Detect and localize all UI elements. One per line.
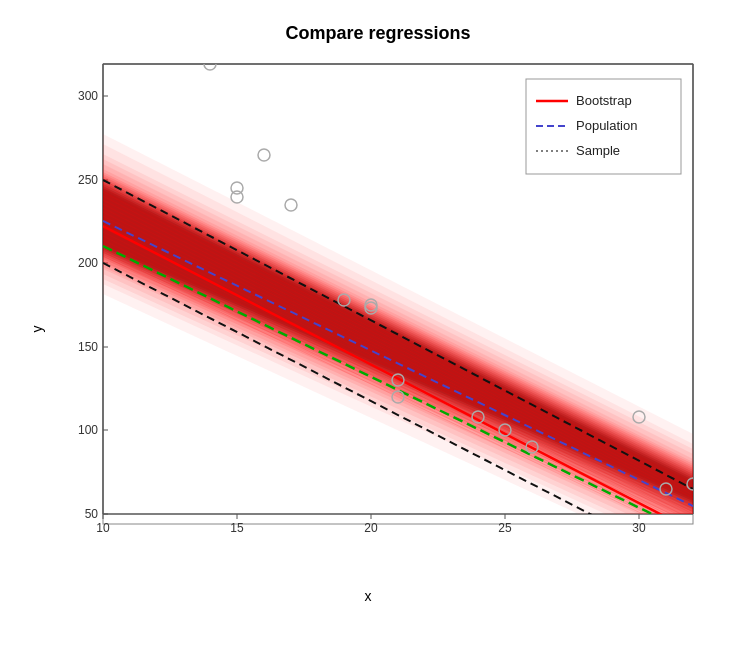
svg-text:200: 200 [78, 256, 98, 270]
svg-text:250: 250 [78, 173, 98, 187]
svg-text:Population: Population [576, 118, 637, 133]
chart-svg: 300 250 200 150 100 50 10 15 [58, 54, 708, 569]
svg-text:20: 20 [364, 521, 378, 535]
chart-title: Compare regressions [18, 13, 738, 49]
svg-text:Sample: Sample [576, 143, 620, 158]
svg-text:15: 15 [230, 521, 244, 535]
svg-text:300: 300 [78, 89, 98, 103]
svg-text:50: 50 [85, 507, 99, 521]
y-axis-label: y [29, 325, 45, 332]
svg-text:Bootstrap: Bootstrap [576, 93, 632, 108]
svg-text:150: 150 [78, 340, 98, 354]
svg-text:10: 10 [96, 521, 110, 535]
svg-text:25: 25 [498, 521, 512, 535]
chart-container: Compare regressions y 300 250 200 150 [18, 13, 738, 633]
x-axis-label: x [365, 588, 372, 604]
svg-text:100: 100 [78, 423, 98, 437]
svg-text:30: 30 [632, 521, 646, 535]
